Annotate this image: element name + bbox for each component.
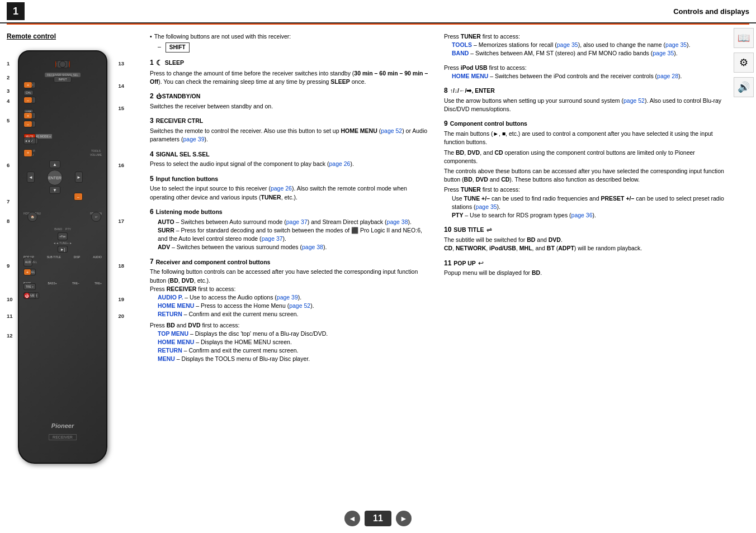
page-header: 1 Controls and displays: [0, 0, 756, 23]
shift-item: SHIFT: [150, 42, 431, 53]
item7-link1[interactable]: page 39: [277, 294, 298, 301]
tools-link1[interactable]: page 35: [557, 41, 578, 48]
fav-btn[interactable]: +Fav: [58, 232, 68, 240]
ch-plus-btn2[interactable]: +: [23, 269, 31, 275]
ch-plus-btn[interactable]: CH+: [23, 90, 34, 96]
tools-link2[interactable]: page 35: [665, 41, 687, 48]
rev-btn[interactable]: ◄◄: [23, 137, 31, 144]
return-btn[interactable]: ↩: [91, 212, 101, 222]
row-label-9: 9: [7, 263, 10, 269]
item8-block: 8 ↑/↓/←/➡, ENTER Use the arrow buttons w…: [444, 86, 725, 113]
enter-btn[interactable]: ENTER: [47, 170, 63, 185]
item10-title: SUB TITLE: [453, 226, 484, 234]
item6-auto: AUTO – Switches between Auto surround mo…: [150, 218, 431, 226]
prev-page-btn[interactable]: ◄: [344, 511, 360, 526]
press-bddvd: Press BD and DVD first to access:: [150, 321, 431, 330]
row-label-8: 8: [7, 218, 10, 224]
receiver-badge: RECEIVER: [49, 434, 77, 440]
input-btn[interactable]: INPUT: [54, 76, 72, 83]
tre-plus-btn[interactable]: TRE +: [23, 283, 36, 290]
band-link[interactable]: page 35: [653, 50, 674, 56]
item7-homemenu2: HOME MENU – Displays the HOME MENU scree…: [150, 338, 431, 346]
audio-btn2[interactable]: AUD: [23, 258, 32, 266]
down-btn[interactable]: ▼: [49, 186, 60, 194]
right-btn[interactable]: ►: [75, 172, 83, 183]
item7-audiop: AUDIO P. – Use to access the Audio optio…: [150, 293, 431, 302]
left-btn[interactable]: ◄: [27, 172, 35, 183]
item1-num: 1: [150, 58, 154, 68]
item8-link[interactable]: page 52: [623, 97, 645, 104]
item9-num: 9: [444, 119, 448, 129]
item4-num: 4: [150, 150, 154, 159]
remote-body: STBY/ON SLEEP SOURCE TV RECEIVER SIGNAL …: [18, 50, 107, 464]
item6-surr: SURR – Press for standard decoding and t…: [150, 226, 431, 243]
row-label-17: 17: [118, 218, 124, 224]
item1-title: SLEEP: [165, 59, 184, 67]
item6-link3[interactable]: page 37: [262, 235, 283, 242]
tune-link[interactable]: page 35: [476, 203, 497, 210]
home-btn[interactable]: 🏠: [27, 212, 37, 222]
item3-link1[interactable]: page 52: [381, 127, 402, 134]
vol3-minus-btn[interactable]: –: [74, 193, 83, 201]
item7-link2[interactable]: page 52: [289, 302, 310, 309]
tools-item: TOOLS – Memorizes stations for recall (p…: [444, 41, 725, 49]
item7-title: Receiver and component control buttons: [156, 258, 271, 266]
power-circle4-btn[interactable]: [59, 61, 66, 68]
section-title: Remote control: [7, 32, 141, 40]
minus-btn[interactable]: –: [23, 97, 32, 103]
row-label-12: 12: [7, 332, 13, 339]
row-label-7: 7: [7, 198, 10, 204]
pty-link[interactable]: page 36: [571, 212, 593, 218]
press-tuner-text: Press TUNER first to access:: [444, 32, 725, 41]
item7-topmenu: TOP MENU – Displays the disc 'top' menu …: [150, 330, 431, 338]
item4-link[interactable]: page 26: [329, 160, 350, 167]
item4-block: 4 SIGNAL SEL S.SEL Press to select the a…: [150, 150, 431, 169]
row-label-6: 6: [7, 162, 10, 168]
vol-minus-btn[interactable]: –: [23, 121, 32, 127]
item1-body: Press to change the amount of time befor…: [150, 69, 431, 86]
main-content: Remote control 1 2 3 4 5 6 7 8 9 10 11 1…: [0, 28, 756, 485]
item6-link4[interactable]: page 38: [302, 244, 323, 250]
row-label-14: 14: [118, 83, 124, 89]
item5-body: Use to select the input source to this r…: [150, 184, 431, 201]
up-btn[interactable]: ▲: [49, 160, 60, 168]
item5-title: Input function buttons: [156, 175, 218, 183]
item2-body: Switches the receiver between standby an…: [150, 102, 431, 111]
item8-body: Use the arrow buttons when setting up yo…: [444, 97, 725, 113]
press-tuner-block: Press TUNER first to access: TOOLS – Mem…: [444, 32, 725, 58]
tune-item: Use TUNE +/– can be used to find radio f…: [444, 194, 725, 211]
item11-title: POP UP: [453, 259, 476, 268]
row-label-2: 2: [7, 74, 10, 80]
col2: Press TUNER first to access: TOOLS – Mem…: [444, 32, 725, 480]
plus-btn[interactable]: +: [23, 82, 32, 88]
item6-num: 6: [150, 207, 154, 217]
footer-nav: ◄ 11 ►: [344, 511, 412, 526]
row-label-1: 1: [7, 60, 10, 66]
item6-link2[interactable]: page 38: [387, 218, 408, 225]
row-label-19: 19: [118, 296, 124, 302]
item10-block: 10 SUB TITLE ⇌ The subtitle will be swit…: [444, 225, 725, 253]
item6-link1[interactable]: page 37: [286, 218, 308, 225]
item2-title: ⏻STANDBY/ON: [156, 92, 201, 101]
item5-link1[interactable]: page 26: [271, 185, 292, 192]
tre-plus-label: TRE+: [94, 282, 102, 285]
next-page-btn[interactable]: ►: [396, 511, 412, 526]
next-btn[interactable]: ►|: [58, 246, 68, 253]
power-btn[interactable]: ⏻: [23, 292, 30, 299]
vol2-plus-btn[interactable]: +: [23, 149, 32, 157]
chapter-badge: 1: [7, 2, 25, 20]
page-number: 11: [365, 511, 391, 526]
item7-return: RETURN – Confirm and exit the current me…: [150, 310, 431, 318]
intro-bullet: The following buttons are not used with …: [150, 32, 431, 41]
ipod-homemenu: HOME MENU – Switches between the iPod co…: [444, 72, 725, 80]
item6-title: Listening mode buttons: [156, 208, 223, 216]
item3-body: Switches the remote to control the recei…: [150, 127, 431, 144]
disp-label: DISP: [74, 255, 81, 259]
ipod-link[interactable]: page 28: [657, 73, 678, 79]
item5-block: 5 Input function buttons Use to select t…: [150, 174, 431, 202]
pty-label: PTY: [65, 227, 71, 231]
vol-plus-btn[interactable]: +: [23, 112, 32, 119]
row-label-3: 3: [7, 88, 10, 94]
item3-link2[interactable]: page 39: [183, 136, 205, 142]
tune-plus-label: ◄◄ TUNE+ ►: [53, 241, 72, 245]
